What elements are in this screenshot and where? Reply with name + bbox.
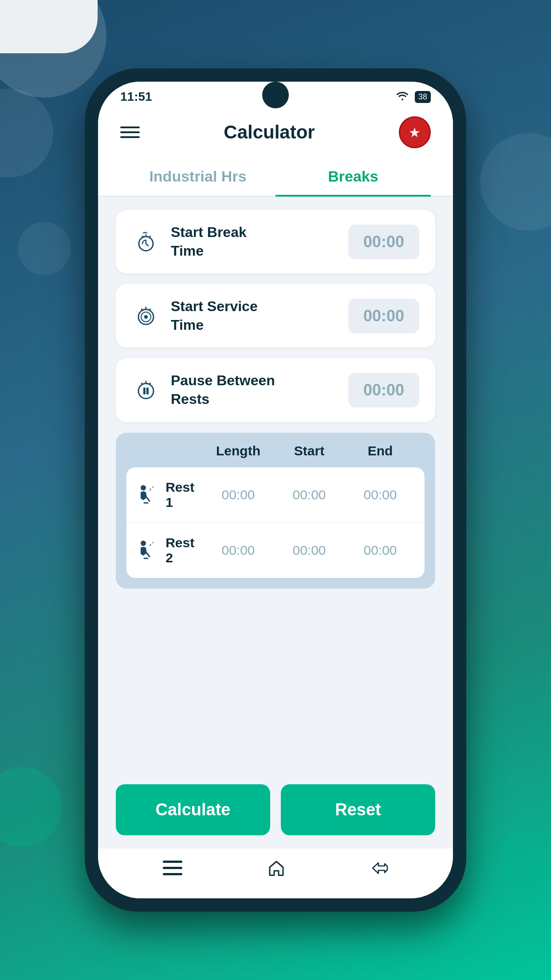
tab-industrial[interactable]: Industrial Hrs	[120, 157, 276, 196]
svg-rect-16	[163, 867, 182, 869]
nav-menu-icon[interactable]	[163, 861, 182, 879]
rest-2-icon: z z	[135, 538, 158, 563]
svg-rect-8	[146, 387, 149, 395]
pause-rests-label: Pause Between Rests	[171, 371, 275, 408]
svg-point-5	[144, 315, 148, 319]
bottom-nav	[98, 849, 453, 898]
battery-icon: 38	[415, 91, 431, 103]
service-timer-icon	[132, 302, 160, 330]
rest-1-row: z z Rest 1 00:00 00:00 00:00	[126, 467, 425, 523]
start-service-left: Start Service Time	[132, 297, 258, 334]
svg-text:z: z	[152, 541, 153, 544]
svg-text:z: z	[152, 486, 153, 488]
bg-decoration	[498, 829, 551, 891]
svg-text:z: z	[150, 487, 151, 491]
pause-rests-card: Pause Between Rests 00:00	[116, 358, 435, 422]
start-break-time-card: Start Break Time 00:00	[116, 210, 435, 273]
start-service-label: Start Service Time	[171, 297, 258, 334]
nav-home-icon[interactable]	[268, 859, 285, 881]
rest-2-length: 00:00	[203, 543, 274, 558]
rest-1-length: 00:00	[203, 487, 274, 502]
tabs-container: Industrial Hrs Breaks	[98, 157, 453, 197]
app-header: Calculator ★	[98, 107, 453, 157]
col-header-end: End	[345, 443, 416, 458]
svg-point-9	[141, 485, 146, 490]
bottom-buttons: Calculate Reset	[98, 784, 453, 849]
rest-1-start: 00:00	[274, 487, 345, 502]
breaks-table-header: Length Start End	[126, 443, 425, 467]
app-title: Calculator	[224, 122, 315, 143]
start-break-left: Start Break Time	[132, 223, 247, 260]
phone-frame: 11:51 38 Calculator ★	[85, 68, 466, 912]
menu-button[interactable]	[120, 126, 140, 138]
bg-decoration	[0, 767, 62, 847]
main-content: Start Break Time 00:00	[98, 197, 453, 784]
rest-2-row: z z Rest 2 00:00 00:00 00:00	[126, 523, 425, 578]
rest-2-label: Rest 2	[165, 535, 203, 565]
svg-point-6	[138, 383, 153, 399]
svg-rect-17	[163, 873, 182, 875]
svg-rect-7	[143, 387, 146, 395]
breaks-table-section: Length Start End	[116, 433, 435, 589]
calculate-button[interactable]: Calculate	[116, 784, 270, 835]
phone-screen: 11:51 38 Calculator ★	[98, 82, 453, 898]
star-icon: ★	[409, 125, 421, 140]
menu-line	[120, 126, 140, 128]
col-header-length: Length	[203, 443, 274, 458]
pause-rests-value[interactable]: 00:00	[348, 373, 419, 407]
tab-breaks[interactable]: Breaks	[276, 157, 431, 196]
rest-2-start: 00:00	[274, 543, 345, 558]
start-break-label: Start Break Time	[171, 223, 247, 260]
col-header-start: Start	[274, 443, 345, 458]
rest-2-end: 00:00	[345, 543, 416, 558]
status-icons: 38	[395, 91, 431, 103]
rest-1-end: 00:00	[345, 487, 416, 502]
svg-line-2	[146, 244, 148, 246]
start-break-value[interactable]: 00:00	[348, 225, 419, 259]
nav-back-icon[interactable]	[370, 860, 388, 880]
coffee-timer-icon	[132, 228, 160, 256]
phone-notch	[262, 82, 289, 108]
pause-rests-left: Pause Between Rests	[132, 371, 275, 408]
rest-1-label: Rest 1	[165, 480, 203, 510]
logo-badge: ★	[399, 116, 431, 148]
cloud-decoration	[0, 0, 98, 53]
start-service-value[interactable]: 00:00	[348, 299, 419, 333]
menu-line	[120, 136, 140, 138]
wifi-icon	[395, 91, 409, 103]
svg-rect-15	[163, 861, 182, 863]
bg-decoration	[480, 133, 551, 231]
svg-text:z: z	[150, 543, 151, 547]
bg-decoration	[18, 222, 71, 275]
pause-timer-icon	[132, 376, 160, 404]
reset-button[interactable]: Reset	[281, 784, 435, 835]
menu-line	[120, 131, 140, 133]
breaks-table-body: z z Rest 1 00:00 00:00 00:00	[126, 467, 425, 578]
start-service-time-card: Start Service Time 00:00	[116, 284, 435, 348]
svg-point-12	[141, 541, 146, 546]
rest-1-icon-label: z z Rest 1	[135, 480, 203, 510]
status-time: 11:51	[120, 90, 152, 104]
rest-2-icon-label: z z Rest 2	[135, 535, 203, 565]
rest-1-icon: z z	[135, 482, 158, 507]
